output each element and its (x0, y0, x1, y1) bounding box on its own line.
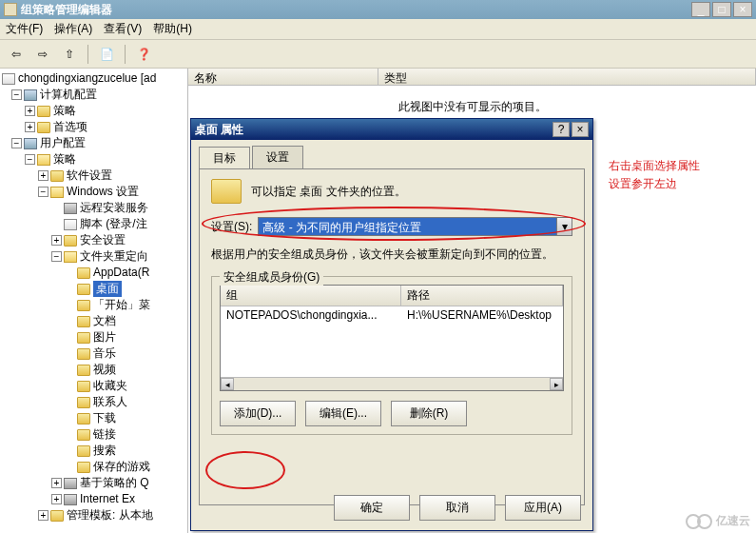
dialog-header-text: 可以指定 桌面 文件夹的位置。 (251, 184, 406, 200)
tab-settings[interactable]: 设置 (252, 146, 303, 168)
app-icon (4, 3, 17, 16)
tree-policies-1[interactable]: +策略 (2, 103, 187, 119)
help-button[interactable]: ❓ (133, 44, 154, 65)
dialog-title: 桌面 属性 (195, 122, 551, 138)
tree-root[interactable]: chongdingxiangzucelue [ad (2, 70, 187, 87)
forward-button[interactable]: ⇨ (32, 44, 53, 65)
col-path[interactable]: 路径 (401, 286, 563, 306)
h-scrollbar[interactable]: ◂ ▸ (221, 377, 563, 390)
remove-button[interactable]: 删除(R) (391, 401, 467, 426)
menu-action[interactable]: 操作(A) (54, 21, 92, 37)
watermark: 亿速云 (686, 513, 750, 529)
tree-software[interactable]: +软件设置 (2, 168, 187, 184)
tree-appdata[interactable]: AppData(R (2, 265, 187, 281)
tree-docs[interactable]: 文档 (2, 313, 187, 329)
row-group: NOTEPADOS\chongdingxia... (226, 308, 407, 322)
tree-pane: chongdingxiangzucelue [ad −计算机配置 +策略 +首选… (0, 69, 188, 533)
setting-select[interactable]: 高级 - 为不同的用户组指定位置 ▾ (258, 217, 572, 236)
tab-page-target: 可以指定 桌面 文件夹的位置。 设置(S): 高级 - 为不同的用户组指定位置 … (199, 168, 585, 505)
close-button[interactable]: × (733, 2, 752, 17)
tree-startmenu[interactable]: 「开始」菜 (2, 297, 187, 313)
tab-target[interactable]: 目标 (199, 147, 250, 169)
tree-computer-cfg[interactable]: −计算机配置 (2, 87, 187, 103)
tree-policyqos[interactable]: +基于策略的 Q (2, 475, 187, 491)
fieldset-legend: 安全组成员身份(G) (220, 269, 323, 286)
col-type[interactable]: 类型 (378, 69, 756, 85)
menu-file[interactable]: 文件(F) (6, 21, 43, 37)
row-path: H:\%USERNAME%\Desktop (407, 308, 557, 322)
apply-button[interactable]: 应用(A) (505, 495, 581, 521)
dialog-help-button[interactable]: ? (552, 122, 570, 137)
ok-button[interactable]: 确定 (334, 495, 410, 521)
setting-selected: 高级 - 为不同的用户组指定位置 (259, 218, 556, 235)
tree-folderredir[interactable]: −文件夹重定向 (2, 248, 187, 265)
menu-help[interactable]: 帮助(H) (153, 21, 192, 37)
col-name[interactable]: 名称 (188, 69, 378, 85)
setting-desc: 根据用户的安全组成员身份，该文件夹会被重新定向到不同的位置。 (211, 246, 572, 263)
tree-desktop[interactable]: 桌面 (2, 281, 187, 297)
maximize-button[interactable]: □ (712, 2, 731, 17)
add-button[interactable]: 添加(D)... (220, 401, 296, 426)
tree-downloads[interactable]: 下载 (2, 410, 187, 426)
tree-searches[interactable]: 搜索 (2, 443, 187, 459)
tree-user-cfg[interactable]: −用户配置 (2, 135, 187, 151)
menu-bar: 文件(F) 操作(A) 查看(V) 帮助(H) (0, 19, 756, 40)
properties-dialog: 桌面 属性 ? × 目标 设置 可以指定 桌面 文件夹的位置。 设置(S): 高… (190, 118, 593, 531)
cancel-button[interactable]: 取消 (419, 495, 495, 521)
chevron-down-icon[interactable]: ▾ (556, 218, 572, 235)
dialog-close-button[interactable]: × (572, 122, 589, 137)
group-listview[interactable]: 组 路径 NOTEPADOS\chongdingxia... H:\%USERN… (220, 285, 564, 391)
tree-windows[interactable]: −Windows 设置 (2, 184, 187, 200)
main-titlebar: 组策略管理编辑器 _ □ × (0, 0, 756, 19)
scroll-left-icon[interactable]: ◂ (221, 378, 234, 390)
tree-ie[interactable]: +Internet Ex (2, 491, 187, 507)
tree-scripts[interactable]: 脚本 (登录/注 (2, 216, 187, 232)
security-group-fieldset: 安全组成员身份(G) 组 路径 NOTEPADOS\chongdingxia..… (211, 276, 572, 435)
tree-savedgames[interactable]: 保存的游戏 (2, 459, 187, 475)
tree-policies-2[interactable]: −策略 (2, 151, 187, 168)
tree-videos[interactable]: 视频 (2, 362, 187, 378)
tree-contacts[interactable]: 联系人 (2, 394, 187, 410)
list-item[interactable]: NOTEPADOS\chongdingxia... H:\%USERNAME%\… (221, 306, 563, 324)
dialog-titlebar[interactable]: 桌面 属性 ? × (191, 119, 592, 140)
edit-button[interactable]: 编辑(E)... (305, 401, 381, 426)
setting-label: 设置(S): (211, 219, 252, 235)
scroll-right-icon[interactable]: ▸ (550, 378, 563, 390)
tree-links[interactable]: 链接 (2, 426, 187, 443)
tree-pictures[interactable]: 图片 (2, 329, 187, 345)
menu-view[interactable]: 查看(V) (104, 21, 142, 37)
dialog-tabs: 目标 设置 (191, 140, 592, 168)
tree-security[interactable]: +安全设置 (2, 232, 187, 248)
tree-music[interactable]: 音乐 (2, 345, 187, 362)
window-title: 组策略管理编辑器 (21, 2, 689, 18)
tree-remoteinst[interactable]: 远程安装服务 (2, 200, 187, 216)
up-button[interactable]: ⇧ (59, 44, 80, 65)
annotation-text: 右击桌面选择属性 设置参开左边 (609, 157, 700, 193)
tree-favorites[interactable]: 收藏夹 (2, 378, 187, 394)
refresh-button[interactable]: 📄 (96, 44, 117, 65)
toolbar: ⇦ ⇨ ⇧ 📄 ❓ (0, 40, 756, 69)
folder-icon (211, 179, 242, 204)
tree-admin[interactable]: +管理模板: 从本地 (2, 507, 187, 523)
back-button[interactable]: ⇦ (6, 44, 27, 65)
minimize-button[interactable]: _ (691, 2, 710, 17)
list-header: 名称 类型 (188, 69, 756, 86)
tree-prefs-1[interactable]: +首选项 (2, 119, 187, 135)
col-group[interactable]: 组 (221, 286, 401, 306)
